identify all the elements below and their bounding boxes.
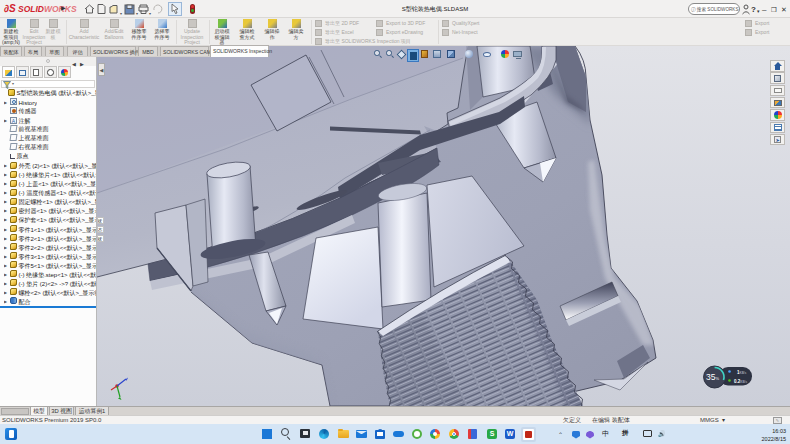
svg-text:▾: ▾ <box>136 11 138 15</box>
svg-text:1KB/s: 1KB/s <box>737 370 747 375</box>
svg-text:▾: ▾ <box>120 11 122 15</box>
svg-text:0.2KB/s: 0.2KB/s <box>734 379 747 384</box>
svg-text:▾: ▾ <box>149 11 151 15</box>
